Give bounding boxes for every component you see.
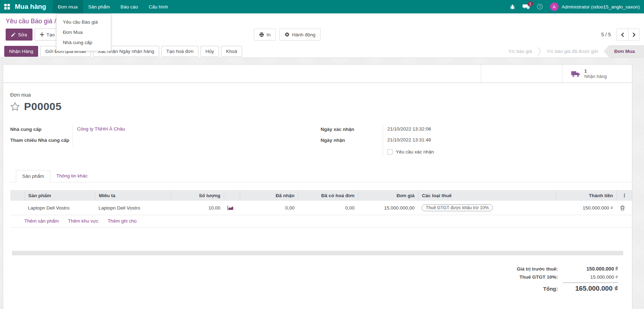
status-step-rfq-sent[interactable]: Y/c báo giá đã được gửi xyxy=(541,49,604,54)
step-separator-icon xyxy=(538,47,541,56)
tax-amount-value: 15.000.000 ₫ xyxy=(563,274,618,280)
pager-count: 5 / 5 xyxy=(601,32,611,37)
cell-description[interactable]: Laptopn Dell Vostro xyxy=(95,202,171,214)
cancel-button[interactable]: Hủy xyxy=(201,46,219,57)
avatar: A xyxy=(550,2,559,11)
header-taxes[interactable]: Các loại thuế xyxy=(418,190,556,201)
confirmation-date-label: Ngày xác nhận xyxy=(321,125,383,134)
form-sheet: 1 Nhận hàng Đơn mua P00005 Nhà cung cấp … xyxy=(3,64,632,309)
untaxed-amount-value: 150.000.000 ₫ xyxy=(563,266,618,272)
fields-right-column: Ngày xác nhận 21/10/2022 13:32:06 Ngày n… xyxy=(321,125,618,157)
user-name: Administrator (odoo15_anglo_saxon) xyxy=(562,4,640,10)
vendor-value-link[interactable]: Công ty TNHH Á Châu xyxy=(77,126,125,132)
receipt-label: Nhận hàng xyxy=(584,74,607,79)
add-product-link[interactable]: Thêm sản phẩm xyxy=(24,218,59,224)
receipt-date-value[interactable]: 21/10/2022 13:31:48 xyxy=(383,135,618,146)
header-unit-price[interactable]: Đơn giá xyxy=(358,190,418,201)
optional-columns-toggle[interactable]: ⋮ xyxy=(616,190,632,201)
tab-other-info[interactable]: Thông tin khác xyxy=(50,170,94,182)
ask-confirmation-checkbox[interactable] xyxy=(387,149,393,154)
header-received[interactable]: Đã nhận xyxy=(240,190,298,201)
receipt-count: 1 xyxy=(584,68,607,74)
action-button[interactable]: Hành động xyxy=(279,29,321,41)
messages-count-badge: 1 xyxy=(527,1,533,6)
edit-button[interactable]: Sửa xyxy=(6,29,32,41)
horizontal-scrollbar[interactable] xyxy=(12,251,623,255)
totals-block: Giá trị trước thuế: 150.000.000 ₫ Thuế G… xyxy=(452,265,618,294)
delete-row-trash-icon[interactable] xyxy=(620,205,625,211)
button-box-spacer xyxy=(481,65,562,83)
total-value: 165.000.000 ₫ xyxy=(563,283,618,292)
apps-grid-icon xyxy=(4,4,10,10)
vendor-label: Nhà cung cấp xyxy=(10,125,72,134)
activities-clock-icon[interactable] xyxy=(537,4,543,10)
dropdown-item-yeu-cau-bao-gia[interactable]: Yêu cầu Báo giá xyxy=(56,17,111,27)
app-brand[interactable]: Mua hàng xyxy=(14,0,53,13)
lock-button[interactable]: Khoá xyxy=(221,46,242,57)
receive-products-button[interactable]: Nhận Hàng xyxy=(4,46,38,57)
cell-quantity[interactable]: 10,00 xyxy=(171,202,224,214)
plus-icon xyxy=(40,32,44,37)
receipt-stat-button[interactable]: 1 Nhận hàng xyxy=(562,65,632,83)
total-label: Tổng: xyxy=(457,286,563,292)
messages-icon[interactable]: 1 xyxy=(523,4,530,10)
truck-icon xyxy=(571,70,581,78)
status-step-purchase-order[interactable]: Đơn Mua xyxy=(604,45,644,58)
header-quantity[interactable]: Số lượng xyxy=(171,190,224,201)
pager-next-button[interactable] xyxy=(628,29,639,40)
add-section-link[interactable]: Thêm khu vực xyxy=(68,218,99,224)
printer-icon xyxy=(259,32,264,37)
dropdown-item-nha-cung-cap[interactable]: Nhà cung cấp xyxy=(56,37,111,48)
vendor-reference-label: Tham chiếu Nhà cung cấp xyxy=(10,135,72,145)
document-type-label: Đơn mua xyxy=(10,92,632,98)
header-product[interactable]: Sản phẩm xyxy=(24,190,95,201)
pencil-icon xyxy=(11,32,16,37)
order-lines-table: Sản phẩm Miêu tả Số lượng Đã nhận Đã có … xyxy=(10,190,632,228)
ask-confirmation-label: Yêu cầu xác nhận xyxy=(396,149,434,154)
fields-left-column: Nhà cung cấp Công ty TNHH Á Châu Tham ch… xyxy=(10,125,312,157)
tab-products[interactable]: Sản phẩm xyxy=(16,170,50,182)
breadcrumb-link[interactable]: Yêu cầu Báo giá xyxy=(6,18,52,25)
dropdown-item-don-mua[interactable]: Đơn Mua xyxy=(56,27,111,37)
cell-subtotal: 150.000.000 ₫ xyxy=(556,202,616,214)
vendor-reference-value[interactable] xyxy=(72,135,312,146)
header-subtotal[interactable]: Thành tiền xyxy=(556,190,616,201)
don-mua-dropdown: Yêu cầu Báo giá Đơn Mua Nhà cung cấp xyxy=(56,13,111,51)
status-step-rfq[interactable]: Y/c báo giá xyxy=(503,49,538,54)
cell-product[interactable]: Laptopn Dell Vostro xyxy=(24,202,95,214)
favorite-star-icon[interactable] xyxy=(10,102,20,111)
confirmation-date-value[interactable]: 21/10/2022 13:32:06 xyxy=(383,125,618,135)
tax-amount-label: Thuế GTGT 10%: xyxy=(457,274,563,280)
debug-bug-icon[interactable] xyxy=(509,4,515,10)
apps-menu-button[interactable] xyxy=(0,0,14,13)
chevron-left-icon xyxy=(621,32,625,37)
button-box: 1 Nhận hàng xyxy=(3,65,632,83)
cell-billed[interactable]: 0,00 xyxy=(298,202,358,214)
table-row[interactable]: Laptopn Dell Vostro Laptopn Dell Vostro … xyxy=(10,201,632,215)
chevron-right-icon xyxy=(632,32,636,37)
header-billed[interactable]: Đã có hoá đơn xyxy=(298,190,358,201)
cell-unit-price[interactable]: 15.000.000,00 xyxy=(358,202,418,214)
table-header-row: Sản phẩm Miêu tả Số lượng Đã nhận Đã có … xyxy=(10,190,632,201)
notebook-tabs: Sản phẩm Thông tin khác xyxy=(10,170,632,182)
nav-menu-bao-cao[interactable]: Báo cáo xyxy=(115,0,143,13)
nav-menu-san-pham[interactable]: Sản phẩm xyxy=(83,0,115,13)
tax-tag[interactable]: Thuế GTGT được khấu trừ 10% xyxy=(422,204,493,211)
form-view-background: 1 Nhận hàng Đơn mua P00005 Nhà cung cấp … xyxy=(0,58,644,309)
add-note-link[interactable]: Thêm ghi chú xyxy=(108,218,137,224)
nav-menu-don-mua[interactable]: Đơn mua xyxy=(53,0,83,13)
top-navbar: Mua hàng Đơn mua Sản phẩm Báo cáo Cấu hì… xyxy=(0,0,644,13)
cell-received[interactable]: 0,00 xyxy=(240,202,298,214)
user-menu[interactable]: A Administrator (odoo15_anglo_saxon) xyxy=(550,2,640,11)
header-description[interactable]: Miêu tả xyxy=(95,190,171,201)
create-bill-button[interactable]: Tạo hoá đơn xyxy=(161,46,198,57)
print-button[interactable]: In xyxy=(254,29,276,41)
page-title: P00005 xyxy=(24,101,61,113)
table-footer-links: Thêm sản phẩm Thêm khu vực Thêm ghi chú xyxy=(10,215,632,228)
forecast-chart-icon[interactable] xyxy=(227,205,234,211)
receipt-date-label: Ngày nhận xyxy=(321,135,383,145)
row-handle[interactable] xyxy=(10,204,24,211)
nav-menu-cau-hinh[interactable]: Cấu hình xyxy=(143,0,173,13)
untaxed-amount-label: Giá trị trước thuế: xyxy=(457,266,563,272)
pager-previous-button[interactable] xyxy=(617,29,628,40)
